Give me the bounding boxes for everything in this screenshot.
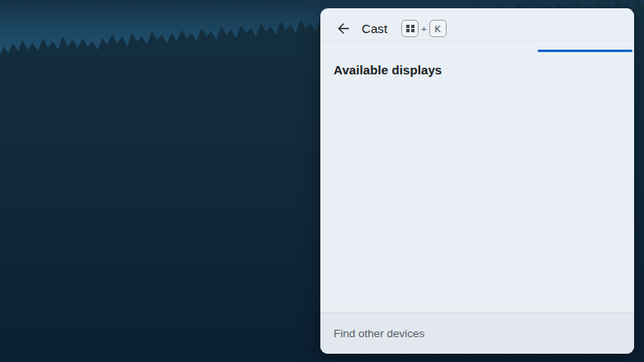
find-other-devices-link[interactable]: Find other devices <box>334 327 424 340</box>
k-key-badge: K <box>429 20 447 37</box>
cast-flyout-panel: Cast + K Available displays Find other d… <box>320 8 634 354</box>
shortcut-plus: + <box>421 24 426 34</box>
header-divider <box>320 40 634 40</box>
cast-body: Available displays <box>320 48 634 312</box>
available-displays-heading: Available displays <box>334 63 621 77</box>
back-button[interactable] <box>334 21 351 37</box>
cast-header: Cast + K <box>320 8 634 40</box>
keyboard-shortcut: + K <box>401 20 446 37</box>
windows-key-badge <box>401 20 419 37</box>
back-arrow-icon <box>336 21 350 36</box>
cast-footer: Find other devices <box>320 312 634 354</box>
panel-title: Cast <box>362 21 387 36</box>
windows-logo-icon <box>406 25 414 33</box>
